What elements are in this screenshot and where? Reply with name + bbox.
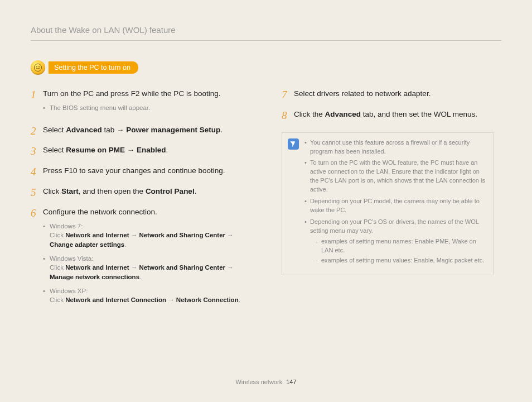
page-title: About the Wake on LAN (WOL) feature bbox=[31, 25, 501, 41]
note-subitem: -examples of setting menu values: Enable… bbox=[316, 256, 486, 265]
svg-point-2 bbox=[38, 66, 40, 68]
smiley-icon bbox=[31, 60, 45, 75]
step-4: 4 Press F10 to save your changes and con… bbox=[31, 166, 254, 179]
step-text: Click the Advanced tab, and then set the… bbox=[294, 109, 477, 122]
note-item: •Depending on your PC model, the camera … bbox=[304, 197, 486, 215]
step-5: 5 Click Start, and then open the Control… bbox=[31, 186, 254, 199]
step-8: 8 Click the Advanced tab, and then set t… bbox=[282, 109, 494, 122]
step-6: 6 Configure the network connection. • Wi… bbox=[31, 207, 254, 309]
note-item: •To turn on the PC with the WOL feature,… bbox=[304, 159, 486, 194]
svg-point-0 bbox=[34, 64, 41, 71]
step-number: 3 bbox=[31, 145, 43, 158]
step-number: 6 bbox=[31, 207, 43, 309]
step-number: 7 bbox=[282, 89, 294, 102]
step-text: Select drivers related to network adapte… bbox=[294, 89, 431, 102]
note-icon bbox=[288, 138, 299, 150]
step-subitem: • The BIOS setting menu will appear. bbox=[43, 103, 220, 113]
footer-section: Wireless network bbox=[235, 379, 282, 385]
svg-point-1 bbox=[36, 66, 37, 68]
step-1: 1 Turn on the PC and press F2 while the … bbox=[31, 89, 254, 117]
step-number: 8 bbox=[282, 109, 294, 122]
page-number: 147 bbox=[286, 379, 296, 385]
section-heading: Setting the PC to turn on bbox=[49, 61, 138, 74]
left-column: 1 Turn on the PC and press F2 while the … bbox=[31, 89, 254, 317]
step-number: 5 bbox=[31, 186, 43, 199]
step-text: Select Advanced tab → Power management S… bbox=[43, 125, 223, 138]
step-subitem: • Windows XP:Click Network and Internet … bbox=[43, 286, 254, 305]
step-number: 4 bbox=[31, 166, 43, 179]
step-text: Select Resume on PME → Enabled. bbox=[43, 145, 168, 158]
step-number: 1 bbox=[31, 89, 43, 117]
section-header: Setting the PC to turn on bbox=[31, 60, 501, 75]
step-text: Click Start, and then open the Control P… bbox=[43, 186, 196, 199]
step-number: 2 bbox=[31, 125, 43, 138]
step-subitem: • Windows Vista:Click Network and Intern… bbox=[43, 254, 254, 282]
step-3: 3 Select Resume on PME → Enabled. bbox=[31, 145, 254, 158]
step-text: Press F10 to save your changes and conti… bbox=[43, 166, 225, 179]
note-subitem: -examples of setting menu names: Enable … bbox=[316, 237, 486, 255]
note-item: •You cannot use this feature across a fi… bbox=[304, 138, 486, 156]
right-column: 7 Select drivers related to network adap… bbox=[282, 89, 494, 317]
step-text: Turn on the PC and press F2 while the PC… bbox=[43, 89, 220, 99]
step-text: Configure the network connection. bbox=[43, 207, 254, 218]
step-7: 7 Select drivers related to network adap… bbox=[282, 89, 494, 102]
step-2: 2 Select Advanced tab → Power management… bbox=[31, 125, 254, 138]
step-subitem: • Windows 7:Click Network and Internet →… bbox=[43, 222, 254, 250]
note-box: •You cannot use this feature across a fi… bbox=[282, 132, 494, 275]
page-footer: Wireless network 147 bbox=[0, 379, 532, 385]
note-item: • Depending on your PC's OS or drivers, … bbox=[304, 218, 486, 266]
